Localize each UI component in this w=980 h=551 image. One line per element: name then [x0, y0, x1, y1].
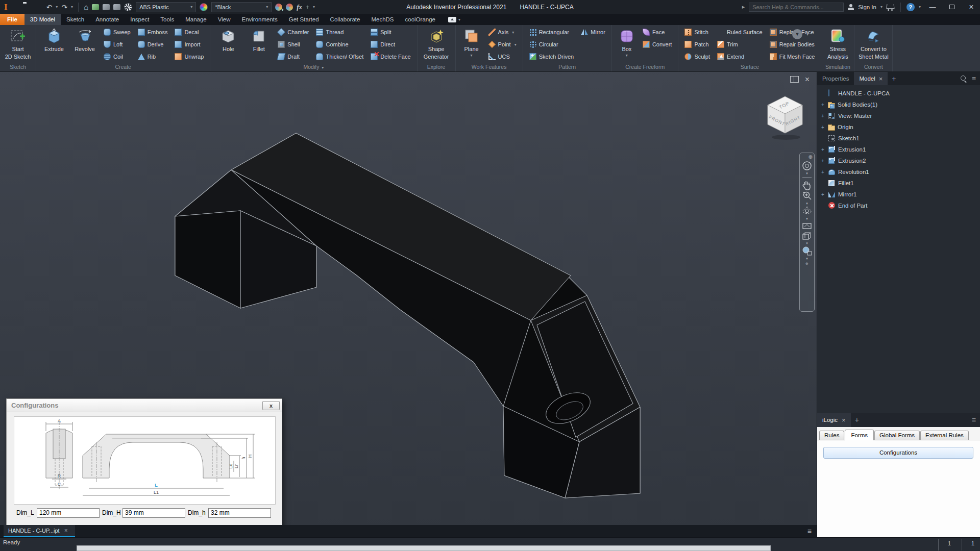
trim-button[interactable]: Trim	[714, 38, 766, 51]
derive-button[interactable]: Derive	[134, 38, 172, 51]
tree-item-mirror1[interactable]: +Mirror1	[817, 189, 980, 200]
group-label-modify[interactable]: Modify ▾	[210, 64, 416, 71]
loft-button[interactable]: Loft	[100, 38, 134, 51]
close-button[interactable]: ×	[964, 0, 979, 14]
point-button[interactable]: Point▾	[485, 38, 520, 51]
screen-capture-icon[interactable]	[103, 4, 110, 10]
sketch-driven-button[interactable]: Sketch Driven	[526, 51, 577, 63]
orbit-icon[interactable]	[801, 206, 813, 217]
visual-style-caret[interactable]: ▾	[806, 257, 808, 261]
tab-file[interactable]: File	[0, 14, 24, 25]
extend-button[interactable]: Extend	[714, 51, 766, 63]
expand-icon[interactable]: +	[820, 169, 825, 175]
ribbon-options-button[interactable]: ▼	[792, 29, 802, 39]
zoom-caret[interactable]: ▾	[806, 202, 808, 206]
help-icon[interactable]: ?	[906, 3, 915, 11]
shell-button[interactable]: Shell	[274, 38, 312, 51]
stress-analysis-button[interactable]: Stress Analysis	[824, 26, 851, 64]
tree-item-revolution1[interactable]: +Revolution1	[817, 166, 980, 178]
look-at-icon[interactable]	[801, 221, 813, 231]
constraint-icon[interactable]	[113, 4, 120, 10]
ribbon-display-caret[interactable]: ▾	[458, 17, 460, 22]
navigation-wheel-caret[interactable]: ▾	[806, 171, 808, 176]
subtab-forms[interactable]: Forms	[845, 430, 874, 440]
configurations-dialog[interactable]: Configurations x	[6, 398, 282, 525]
tab-get-started[interactable]: Get Started	[283, 14, 325, 25]
dim-h-input[interactable]	[122, 508, 185, 518]
split-button[interactable]: Split	[367, 26, 414, 38]
tab-model[interactable]: Model×	[854, 72, 888, 85]
parameters-fx-icon[interactable]: fx	[297, 3, 302, 11]
delete-face-button[interactable]: Delete Face	[367, 51, 414, 63]
tree-item-solid-bodies[interactable]: +Solid Bodies(1)	[817, 99, 980, 110]
subtab-global-forms[interactable]: Global Forms	[874, 431, 920, 440]
stitch-button[interactable]: Stitch	[681, 26, 714, 38]
help-search-input[interactable]	[749, 3, 844, 12]
patch-button[interactable]: Patch	[681, 38, 714, 51]
store-cart-icon[interactable]	[887, 4, 895, 10]
repair-bodies-button[interactable]: Repair Bodies	[766, 38, 819, 51]
viewcube[interactable]: TOP FRONT RIGHT	[766, 94, 808, 141]
thread-button[interactable]: Thread	[312, 26, 367, 38]
navigation-wheel-icon[interactable]	[801, 160, 813, 171]
freeform-convert-button[interactable]: Convert	[639, 38, 676, 51]
configurations-form-button[interactable]: Configurations	[823, 447, 973, 459]
dim-hsmall-input[interactable]	[208, 508, 271, 518]
sketch-environment-icon[interactable]	[92, 4, 99, 10]
tab-collaborate[interactable]: Collaborate	[325, 14, 366, 25]
subtab-external-rules[interactable]: External Rules	[920, 431, 969, 440]
help-caret[interactable]: ▾	[919, 5, 921, 9]
plane-button[interactable]: Plane ▾	[458, 26, 485, 64]
tab-annotate[interactable]: Annotate	[90, 14, 125, 25]
material-ball-icon[interactable]	[124, 3, 132, 11]
viewport-3d[interactable]: TOP FRONT RIGHT ⊗ ▾ ▾ ▾ ▾ ▾ ⊖ × Z X Conf…	[0, 72, 817, 525]
save-icon[interactable]	[35, 4, 43, 11]
sign-in-button[interactable]: Sign In	[858, 4, 876, 10]
color-wheel-icon[interactable]	[200, 3, 208, 11]
shape-generator-button[interactable]: Shape Generator	[420, 26, 453, 64]
redo-icon[interactable]: ↷	[61, 4, 67, 11]
redo-caret[interactable]: ▾	[71, 5, 73, 9]
open-file-icon[interactable]	[23, 4, 31, 11]
pan-icon[interactable]	[801, 179, 813, 190]
extrude-button[interactable]: Extrude	[39, 26, 69, 64]
coil-button[interactable]: Coil	[100, 51, 134, 63]
qat-customize-caret[interactable]: ▾	[313, 5, 315, 9]
tree-item-extrusion1[interactable]: +Extrusion1	[817, 144, 980, 155]
tab-environments[interactable]: Environments	[236, 14, 283, 25]
add-browser-tab-button[interactable]: +	[888, 72, 900, 85]
expand-icon[interactable]: +	[820, 102, 825, 108]
dialog-close-button[interactable]: x	[262, 401, 280, 410]
new-file-icon[interactable]	[11, 4, 19, 11]
emboss-button[interactable]: Emboss	[134, 26, 172, 38]
expand-icon[interactable]: +	[820, 158, 825, 164]
direct-button[interactable]: Direct	[367, 38, 414, 51]
sign-in-caret[interactable]: ▾	[880, 5, 883, 9]
appearance-select[interactable]: *Black ▾	[211, 2, 272, 12]
ruled-surface-button[interactable]: Ruled Surface	[714, 26, 766, 38]
document-tab-close-icon[interactable]: ×	[64, 527, 68, 534]
tree-item-fillet1[interactable]: Fillet1	[817, 178, 980, 189]
thicken-offset-button[interactable]: Thicken/ Offset	[312, 51, 367, 63]
expand-icon[interactable]: +	[820, 124, 825, 130]
split-view-icon[interactable]	[790, 76, 799, 83]
document-tab[interactable]: HANDLE - C-UP...ipt ×	[4, 525, 75, 537]
add-qat-icon[interactable]: +	[306, 4, 309, 11]
tab-coolorange[interactable]: coolOrange	[400, 14, 441, 25]
dim-l-input[interactable]	[37, 508, 100, 518]
dialog-titlebar[interactable]: Configurations x	[7, 399, 282, 412]
draft-button[interactable]: Draft	[274, 51, 312, 63]
search-chevron-icon[interactable]: ▸	[742, 4, 745, 10]
tree-item-origin[interactable]: +Origin	[817, 121, 980, 133]
axis-button[interactable]: Axis▾	[485, 26, 520, 38]
navbar-collapse-icon[interactable]: ⊖	[805, 262, 808, 266]
minimize-button[interactable]: —	[925, 0, 940, 14]
restore-button[interactable]	[944, 0, 960, 14]
model-tab-close-icon[interactable]: ×	[879, 75, 883, 83]
freeform-face-button[interactable]: Face	[639, 26, 676, 38]
browser-menu-icon[interactable]: ≡	[972, 74, 976, 83]
visual-style-icon[interactable]	[801, 245, 813, 257]
browser-search-icon[interactable]	[961, 76, 967, 82]
add-ilogic-tab-button[interactable]: +	[851, 413, 863, 427]
tab-sketch[interactable]: Sketch	[61, 14, 90, 25]
